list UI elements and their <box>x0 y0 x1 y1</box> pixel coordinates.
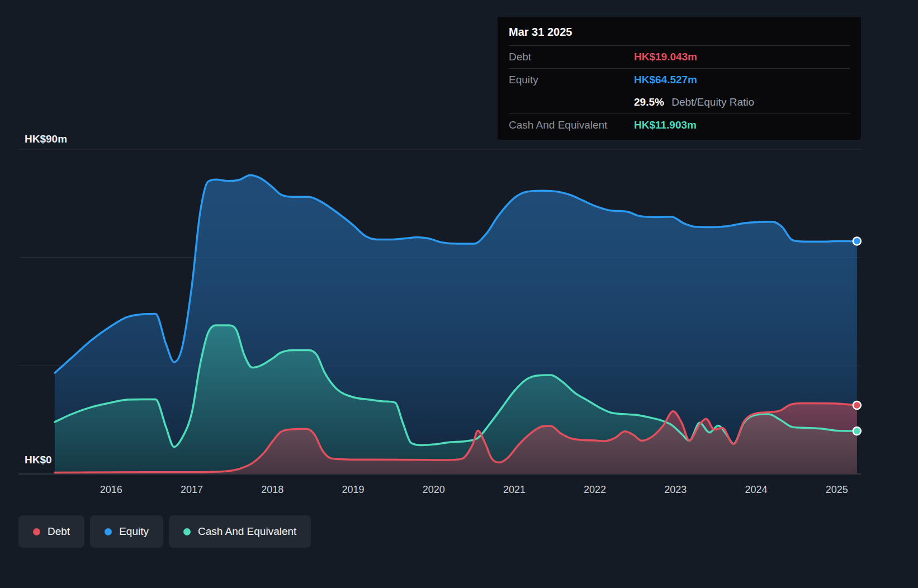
legend: Debt Equity Cash And Equivalent <box>18 515 311 548</box>
x-tick-label: 2023 <box>664 484 687 495</box>
legend-item-cash[interactable]: Cash And Equivalent <box>169 515 311 548</box>
x-tick-label: 2022 <box>584 484 606 495</box>
y-axis-label-max: HK$90m <box>25 133 67 145</box>
tooltip-ratio-label: Debt/Equity Ratio <box>671 96 754 108</box>
cash-end-dot <box>853 427 861 435</box>
tooltip-equity-value: HK$64.527m <box>634 74 850 86</box>
x-tick-label: 2021 <box>503 484 526 495</box>
legend-debt-label: Debt <box>48 525 70 538</box>
tooltip-cash-label: Cash And Equivalent <box>509 119 634 131</box>
tooltip-row-debt: Debt HK$19.043m <box>509 46 850 69</box>
tooltip-row-cash: Cash And Equivalent HK$11.903m <box>509 114 850 136</box>
y-axis-label-zero: HK$0 <box>25 454 52 466</box>
x-tick-label: 2025 <box>826 484 848 495</box>
x-tick-label: 2017 <box>181 484 203 495</box>
legend-equity-label: Equity <box>119 525 149 538</box>
tooltip-debt-value: HK$19.043m <box>634 51 850 63</box>
tooltip: Mar 31 2025 Debt HK$19.043m Equity HK$64… <box>498 17 861 140</box>
tooltip-cash-value: HK$11.903m <box>634 119 850 131</box>
legend-cash-label: Cash And Equivalent <box>198 525 296 538</box>
chart-page: 2016201720182019202020212022202320242025… <box>0 0 918 588</box>
x-tick-label: 2018 <box>261 484 283 495</box>
debt-end-dot <box>853 401 861 409</box>
equity-area <box>55 176 857 475</box>
x-tick-label: 2016 <box>100 484 122 495</box>
tooltip-ratio-value: 29.5% <box>634 96 664 108</box>
x-tick-label: 2020 <box>423 484 445 495</box>
tooltip-row-ratio: 29.5% Debt/Equity Ratio <box>509 91 850 114</box>
x-tick-label: 2019 <box>342 484 364 495</box>
cash-dot-icon <box>183 528 191 535</box>
equity-end-dot <box>853 237 861 245</box>
tooltip-date: Mar 31 2025 <box>509 26 850 46</box>
debt-dot-icon <box>33 528 40 535</box>
legend-item-debt[interactable]: Debt <box>18 515 84 548</box>
tooltip-debt-label: Debt <box>509 51 634 63</box>
legend-item-equity[interactable]: Equity <box>90 515 163 548</box>
tooltip-row-equity: Equity HK$64.527m <box>509 69 850 91</box>
equity-dot-icon <box>105 528 112 535</box>
tooltip-equity-label: Equity <box>509 74 634 86</box>
x-tick-label: 2024 <box>745 484 767 495</box>
